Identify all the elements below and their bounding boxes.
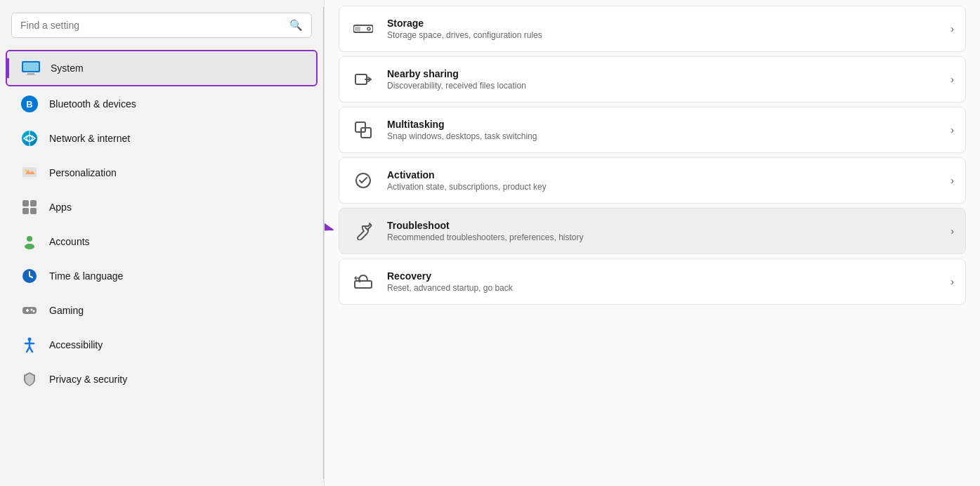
svg-point-21	[31, 309, 33, 311]
bluetooth-icon: B	[20, 94, 39, 114]
sidebar-label-network: Network & internet	[49, 133, 130, 144]
troubleshoot-text: Troubleshoot Recommended troubleshooters…	[387, 220, 950, 242]
sidebar-label-apps: Apps	[49, 202, 72, 213]
search-icon: 🔍	[289, 19, 303, 32]
nearby-sharing-title: Nearby sharing	[387, 68, 950, 79]
system-icon	[21, 58, 41, 78]
recovery-title: Recovery	[387, 270, 950, 282]
multitasking-icon	[351, 117, 376, 143]
time-icon	[20, 266, 39, 286]
svg-point-13	[27, 236, 32, 242]
sidebar: 🔍 System B Bluetooth & devices	[0, 0, 323, 486]
svg-rect-38	[355, 281, 372, 288]
storage-desc: Storage space, drives, configuration rul…	[387, 30, 950, 40]
troubleshoot-title: Troubleshoot	[387, 220, 950, 231]
svg-rect-11	[22, 208, 29, 214]
setting-item-recovery[interactable]: Recovery Reset, advanced startup, go bac…	[339, 258, 966, 305]
svg-point-22	[33, 310, 35, 313]
sidebar-item-personalization[interactable]: Personalization	[6, 156, 318, 190]
apps-icon	[20, 197, 39, 217]
setting-item-storage[interactable]: Storage Storage space, drives, configura…	[339, 6, 966, 52]
storage-icon	[351, 16, 376, 41]
network-icon	[20, 129, 39, 148]
troubleshoot-chevron: ›	[950, 225, 954, 237]
storage-chevron: ›	[950, 23, 954, 34]
sidebar-item-apps[interactable]: Apps	[6, 190, 318, 224]
search-input[interactable]	[20, 20, 289, 31]
accessibility-icon	[20, 335, 39, 355]
sidebar-label-personalization: Personalization	[49, 167, 117, 178]
setting-item-troubleshoot[interactable]: Troubleshoot Recommended troubleshooters…	[339, 208, 966, 254]
svg-point-8	[25, 169, 27, 172]
nearby-sharing-icon	[351, 67, 376, 92]
accounts-icon	[20, 232, 39, 251]
nearby-sharing-text: Nearby sharing Discoverability, received…	[387, 68, 950, 91]
sidebar-label-system: System	[51, 63, 84, 74]
storage-text: Storage Storage space, drives, configura…	[387, 18, 950, 40]
recovery-chevron: ›	[950, 276, 954, 287]
svg-rect-12	[30, 208, 37, 214]
personalization-icon	[20, 163, 39, 183]
troubleshoot-desc: Recommended troubleshooters, preferences…	[387, 232, 950, 242]
nearby-sharing-chevron: ›	[950, 74, 954, 85]
svg-rect-3	[26, 74, 36, 75]
multitasking-title: Multitasking	[387, 119, 950, 130]
sidebar-label-gaming: Gaming	[49, 305, 84, 316]
svg-rect-29	[355, 27, 360, 31]
sidebar-label-privacy: Privacy & security	[49, 374, 127, 385]
setting-item-activation[interactable]: Activation Activation state, subscriptio…	[339, 157, 966, 204]
sidebar-item-network[interactable]: Network & internet	[6, 121, 318, 155]
setting-item-nearby-sharing[interactable]: Nearby sharing Discoverability, received…	[339, 56, 966, 103]
recovery-text: Recovery Reset, advanced startup, go bac…	[387, 270, 950, 293]
sidebar-label-time: Time & language	[49, 270, 123, 282]
activation-desc: Activation state, subscriptions, product…	[387, 182, 950, 192]
troubleshoot-icon	[351, 218, 376, 244]
sidebar-item-system[interactable]: System	[6, 50, 318, 86]
activation-text: Activation Activation state, subscriptio…	[387, 169, 950, 192]
recovery-icon	[351, 269, 376, 294]
svg-point-39	[358, 280, 361, 282]
svg-rect-1	[23, 63, 39, 71]
sidebar-label-bluetooth: Bluetooth & devices	[49, 98, 136, 110]
svg-point-14	[25, 244, 34, 249]
sidebar-item-accounts[interactable]: Accounts	[6, 225, 318, 258]
recovery-desc: Reset, advanced startup, go back	[387, 283, 950, 293]
activation-title: Activation	[387, 169, 950, 180]
multitasking-chevron: ›	[950, 124, 954, 136]
svg-point-30	[367, 27, 370, 30]
nav-list: System B Bluetooth & devices	[0, 49, 323, 479]
sidebar-item-time[interactable]: Time & language	[6, 259, 318, 293]
sidebar-item-accessibility[interactable]: Accessibility	[6, 328, 318, 362]
svg-rect-9	[22, 200, 29, 206]
svg-rect-2	[27, 73, 34, 74]
storage-title: Storage	[387, 18, 950, 29]
arrow-annotation	[324, 212, 339, 250]
sidebar-item-bluetooth[interactable]: B Bluetooth & devices	[6, 87, 318, 121]
multitasking-text: Multitasking Snap windows, desktops, tas…	[387, 119, 950, 141]
search-container[interactable]: 🔍	[11, 13, 312, 38]
nearby-sharing-desc: Discoverability, received files location	[387, 81, 950, 91]
sidebar-label-accessibility: Accessibility	[49, 339, 103, 350]
content-panel: Storage Storage space, drives, configura…	[324, 0, 980, 486]
multitasking-desc: Snap windows, desktops, task switching	[387, 131, 950, 141]
sidebar-item-privacy[interactable]: Privacy & security	[6, 362, 318, 396]
setting-item-multitasking[interactable]: Multitasking Snap windows, desktops, tas…	[339, 107, 966, 153]
svg-line-27	[30, 347, 32, 352]
sidebar-label-accounts: Accounts	[49, 236, 90, 247]
activation-icon	[351, 168, 376, 193]
activation-chevron: ›	[950, 175, 954, 186]
gaming-icon	[20, 301, 39, 320]
sidebar-item-gaming[interactable]: Gaming	[6, 294, 318, 327]
svg-rect-10	[30, 200, 37, 206]
privacy-icon	[20, 369, 39, 389]
